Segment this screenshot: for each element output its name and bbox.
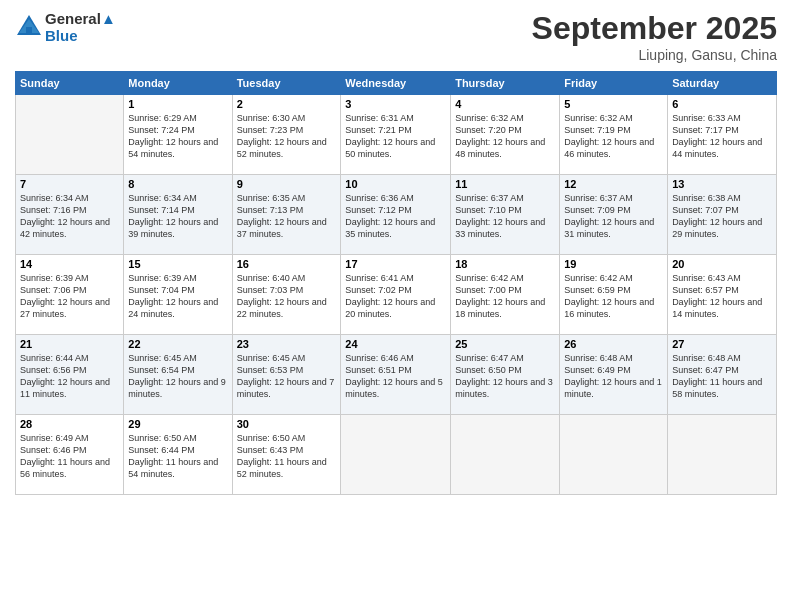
location-subtitle: Liuping, Gansu, China bbox=[532, 47, 777, 63]
calendar-cell: 25 Sunrise: 6:47 AMSunset: 6:50 PMDaylig… bbox=[451, 335, 560, 415]
calendar-cell: 2 Sunrise: 6:30 AMSunset: 7:23 PMDayligh… bbox=[232, 95, 341, 175]
day-number: 26 bbox=[564, 338, 663, 350]
calendar-cell: 24 Sunrise: 6:46 AMSunset: 6:51 PMDaylig… bbox=[341, 335, 451, 415]
calendar-cell bbox=[560, 415, 668, 495]
day-number: 2 bbox=[237, 98, 337, 110]
calendar-cell: 1 Sunrise: 6:29 AMSunset: 7:24 PMDayligh… bbox=[124, 95, 232, 175]
day-number: 1 bbox=[128, 98, 227, 110]
day-number: 8 bbox=[128, 178, 227, 190]
cell-info: Sunrise: 6:37 AMSunset: 7:10 PMDaylight:… bbox=[455, 193, 545, 239]
calendar-cell: 9 Sunrise: 6:35 AMSunset: 7:13 PMDayligh… bbox=[232, 175, 341, 255]
calendar-table: SundayMondayTuesdayWednesdayThursdayFrid… bbox=[15, 71, 777, 495]
calendar-cell: 16 Sunrise: 6:40 AMSunset: 7:03 PMDaylig… bbox=[232, 255, 341, 335]
cell-info: Sunrise: 6:44 AMSunset: 6:56 PMDaylight:… bbox=[20, 353, 110, 399]
title-area: September 2025 Liuping, Gansu, China bbox=[532, 10, 777, 63]
cell-info: Sunrise: 6:47 AMSunset: 6:50 PMDaylight:… bbox=[455, 353, 553, 399]
calendar-cell: 8 Sunrise: 6:34 AMSunset: 7:14 PMDayligh… bbox=[124, 175, 232, 255]
cell-info: Sunrise: 6:40 AMSunset: 7:03 PMDaylight:… bbox=[237, 273, 327, 319]
svg-rect-2 bbox=[26, 27, 32, 35]
day-number: 5 bbox=[564, 98, 663, 110]
day-number: 20 bbox=[672, 258, 772, 270]
day-number: 16 bbox=[237, 258, 337, 270]
calendar-cell: 18 Sunrise: 6:42 AMSunset: 7:00 PMDaylig… bbox=[451, 255, 560, 335]
calendar-page: General▲ Blue September 2025 Liuping, Ga… bbox=[0, 0, 792, 612]
calendar-cell: 29 Sunrise: 6:50 AMSunset: 6:44 PMDaylig… bbox=[124, 415, 232, 495]
day-number: 30 bbox=[237, 418, 337, 430]
cell-info: Sunrise: 6:49 AMSunset: 6:46 PMDaylight:… bbox=[20, 433, 110, 479]
calendar-cell: 15 Sunrise: 6:39 AMSunset: 7:04 PMDaylig… bbox=[124, 255, 232, 335]
day-number: 9 bbox=[237, 178, 337, 190]
weekday-header: Saturday bbox=[668, 72, 777, 95]
cell-info: Sunrise: 6:31 AMSunset: 7:21 PMDaylight:… bbox=[345, 113, 435, 159]
cell-info: Sunrise: 6:38 AMSunset: 7:07 PMDaylight:… bbox=[672, 193, 762, 239]
calendar-cell: 20 Sunrise: 6:43 AMSunset: 6:57 PMDaylig… bbox=[668, 255, 777, 335]
cell-info: Sunrise: 6:32 AMSunset: 7:20 PMDaylight:… bbox=[455, 113, 545, 159]
weekday-header: Tuesday bbox=[232, 72, 341, 95]
calendar-week-row: 14 Sunrise: 6:39 AMSunset: 7:06 PMDaylig… bbox=[16, 255, 777, 335]
cell-info: Sunrise: 6:30 AMSunset: 7:23 PMDaylight:… bbox=[237, 113, 327, 159]
calendar-cell: 17 Sunrise: 6:41 AMSunset: 7:02 PMDaylig… bbox=[341, 255, 451, 335]
calendar-cell bbox=[451, 415, 560, 495]
cell-info: Sunrise: 6:43 AMSunset: 6:57 PMDaylight:… bbox=[672, 273, 762, 319]
cell-info: Sunrise: 6:50 AMSunset: 6:43 PMDaylight:… bbox=[237, 433, 327, 479]
calendar-cell: 5 Sunrise: 6:32 AMSunset: 7:19 PMDayligh… bbox=[560, 95, 668, 175]
day-number: 17 bbox=[345, 258, 446, 270]
cell-info: Sunrise: 6:46 AMSunset: 6:51 PMDaylight:… bbox=[345, 353, 443, 399]
day-number: 4 bbox=[455, 98, 555, 110]
day-number: 28 bbox=[20, 418, 119, 430]
calendar-cell: 22 Sunrise: 6:45 AMSunset: 6:54 PMDaylig… bbox=[124, 335, 232, 415]
cell-info: Sunrise: 6:33 AMSunset: 7:17 PMDaylight:… bbox=[672, 113, 762, 159]
day-number: 10 bbox=[345, 178, 446, 190]
calendar-cell: 4 Sunrise: 6:32 AMSunset: 7:20 PMDayligh… bbox=[451, 95, 560, 175]
cell-info: Sunrise: 6:42 AMSunset: 6:59 PMDaylight:… bbox=[564, 273, 654, 319]
cell-info: Sunrise: 6:34 AMSunset: 7:16 PMDaylight:… bbox=[20, 193, 110, 239]
calendar-cell: 19 Sunrise: 6:42 AMSunset: 6:59 PMDaylig… bbox=[560, 255, 668, 335]
logo: General▲ Blue bbox=[15, 10, 116, 44]
calendar-week-row: 1 Sunrise: 6:29 AMSunset: 7:24 PMDayligh… bbox=[16, 95, 777, 175]
day-number: 13 bbox=[672, 178, 772, 190]
calendar-cell: 21 Sunrise: 6:44 AMSunset: 6:56 PMDaylig… bbox=[16, 335, 124, 415]
calendar-week-row: 28 Sunrise: 6:49 AMSunset: 6:46 PMDaylig… bbox=[16, 415, 777, 495]
cell-info: Sunrise: 6:35 AMSunset: 7:13 PMDaylight:… bbox=[237, 193, 327, 239]
calendar-cell: 27 Sunrise: 6:48 AMSunset: 6:47 PMDaylig… bbox=[668, 335, 777, 415]
calendar-cell: 6 Sunrise: 6:33 AMSunset: 7:17 PMDayligh… bbox=[668, 95, 777, 175]
cell-info: Sunrise: 6:41 AMSunset: 7:02 PMDaylight:… bbox=[345, 273, 435, 319]
day-number: 3 bbox=[345, 98, 446, 110]
calendar-cell: 28 Sunrise: 6:49 AMSunset: 6:46 PMDaylig… bbox=[16, 415, 124, 495]
logo-icon bbox=[15, 13, 43, 41]
day-number: 23 bbox=[237, 338, 337, 350]
weekday-header: Wednesday bbox=[341, 72, 451, 95]
cell-info: Sunrise: 6:45 AMSunset: 6:53 PMDaylight:… bbox=[237, 353, 335, 399]
header: General▲ Blue September 2025 Liuping, Ga… bbox=[15, 10, 777, 63]
cell-info: Sunrise: 6:32 AMSunset: 7:19 PMDaylight:… bbox=[564, 113, 654, 159]
calendar-week-row: 21 Sunrise: 6:44 AMSunset: 6:56 PMDaylig… bbox=[16, 335, 777, 415]
day-number: 12 bbox=[564, 178, 663, 190]
day-number: 18 bbox=[455, 258, 555, 270]
weekday-header: Friday bbox=[560, 72, 668, 95]
calendar-cell: 30 Sunrise: 6:50 AMSunset: 6:43 PMDaylig… bbox=[232, 415, 341, 495]
day-number: 11 bbox=[455, 178, 555, 190]
day-number: 22 bbox=[128, 338, 227, 350]
cell-info: Sunrise: 6:29 AMSunset: 7:24 PMDaylight:… bbox=[128, 113, 218, 159]
day-number: 29 bbox=[128, 418, 227, 430]
calendar-cell bbox=[16, 95, 124, 175]
logo-text: General▲ Blue bbox=[45, 10, 116, 44]
day-number: 15 bbox=[128, 258, 227, 270]
day-number: 25 bbox=[455, 338, 555, 350]
day-number: 24 bbox=[345, 338, 446, 350]
calendar-cell: 7 Sunrise: 6:34 AMSunset: 7:16 PMDayligh… bbox=[16, 175, 124, 255]
month-title: September 2025 bbox=[532, 10, 777, 47]
calendar-cell bbox=[668, 415, 777, 495]
cell-info: Sunrise: 6:39 AMSunset: 7:06 PMDaylight:… bbox=[20, 273, 110, 319]
weekday-header: Monday bbox=[124, 72, 232, 95]
day-number: 21 bbox=[20, 338, 119, 350]
weekday-header: Thursday bbox=[451, 72, 560, 95]
calendar-cell: 12 Sunrise: 6:37 AMSunset: 7:09 PMDaylig… bbox=[560, 175, 668, 255]
day-number: 27 bbox=[672, 338, 772, 350]
cell-info: Sunrise: 6:36 AMSunset: 7:12 PMDaylight:… bbox=[345, 193, 435, 239]
cell-info: Sunrise: 6:37 AMSunset: 7:09 PMDaylight:… bbox=[564, 193, 654, 239]
calendar-cell: 11 Sunrise: 6:37 AMSunset: 7:10 PMDaylig… bbox=[451, 175, 560, 255]
calendar-cell bbox=[341, 415, 451, 495]
cell-info: Sunrise: 6:42 AMSunset: 7:00 PMDaylight:… bbox=[455, 273, 545, 319]
cell-info: Sunrise: 6:45 AMSunset: 6:54 PMDaylight:… bbox=[128, 353, 226, 399]
